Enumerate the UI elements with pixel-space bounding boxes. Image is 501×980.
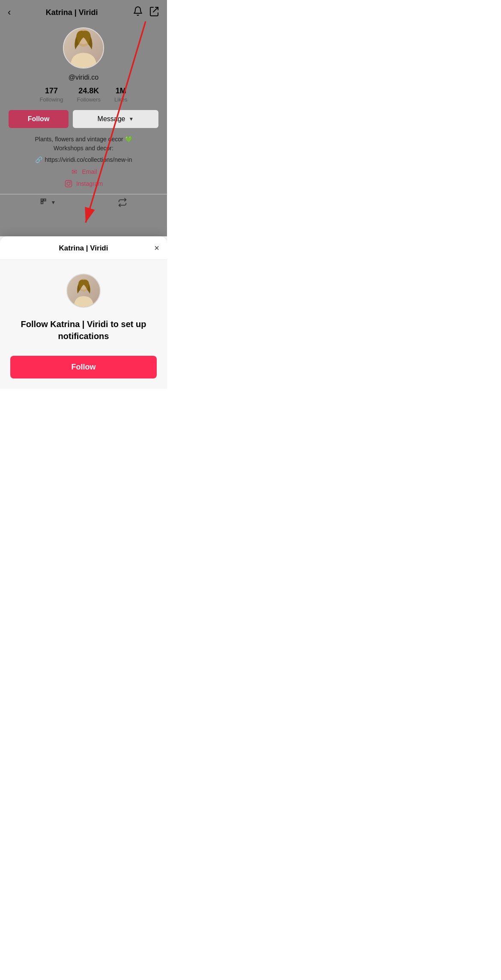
message-button[interactable]: Message ▼ (73, 110, 158, 128)
followers-count: 24.8K (77, 86, 101, 95)
back-button[interactable]: ‹ (8, 7, 11, 18)
bio-text: Plants, flowers and vintage decor 💚 Work… (0, 135, 167, 153)
svg-point-5 (70, 182, 71, 182)
modal-avatar (66, 274, 101, 308)
grid-tab[interactable]: ▼ (40, 198, 56, 207)
follow-button[interactable]: Follow (9, 110, 69, 128)
share-icon[interactable] (149, 6, 159, 19)
stats-row: 177 Following 24.8K Followers 1M Likes (0, 86, 167, 103)
svg-rect-7 (44, 199, 46, 201)
header-title: Katrina | Viridi (46, 8, 98, 17)
svg-line-0 (153, 7, 158, 12)
following-count: 177 (40, 86, 63, 95)
profile-background: ‹ Katrina | Viridi (0, 0, 167, 236)
profile-avatar-wrap (0, 27, 167, 69)
link-icon: 🔗 (35, 156, 42, 163)
username: @viridi.co (0, 74, 167, 81)
modal-body: Follow Katrina | Viridi to set up notifi… (0, 260, 167, 389)
modal-follow-button[interactable]: Follow (10, 356, 157, 378)
svg-rect-8 (41, 202, 43, 204)
stat-likes[interactable]: 1M Likes (114, 86, 127, 103)
bio-link[interactable]: 🔗 https://viridi.co/collections/new-in (0, 156, 167, 163)
caret-icon: ▼ (129, 116, 134, 122)
modal-header: Katrina | Viridi × (0, 236, 167, 260)
stat-followers[interactable]: 24.8K Followers (77, 86, 101, 103)
modal-description: Follow Katrina | Viridi to set up notifi… (10, 318, 157, 342)
following-label: Following (40, 96, 63, 103)
content-tab-bar: ▼ (0, 194, 167, 211)
email-link[interactable]: ✉ Email (70, 167, 97, 176)
svg-rect-6 (41, 199, 43, 201)
social-links: ✉ Email Instagram (0, 167, 167, 188)
instagram-icon (64, 179, 73, 188)
svg-rect-3 (65, 181, 72, 187)
likes-count: 1M (114, 86, 127, 95)
svg-point-4 (67, 182, 70, 185)
modal-title: Katrina | Viridi (59, 244, 108, 253)
avatar[interactable] (63, 27, 104, 69)
notification-modal: Katrina | Viridi × Follow Katrina | Viri… (0, 236, 167, 389)
email-icon: ✉ (70, 167, 78, 176)
modal-close-button[interactable]: × (154, 243, 159, 253)
instagram-link[interactable]: Instagram (64, 179, 103, 188)
bell-icon[interactable] (133, 6, 143, 19)
likes-label: Likes (114, 96, 127, 103)
profile-header: ‹ Katrina | Viridi (0, 0, 167, 23)
followers-label: Followers (77, 96, 101, 103)
action-buttons: Follow Message ▼ (0, 110, 167, 128)
repost-tab[interactable] (118, 198, 127, 207)
header-icons (133, 6, 159, 19)
stat-following[interactable]: 177 Following (40, 86, 63, 103)
